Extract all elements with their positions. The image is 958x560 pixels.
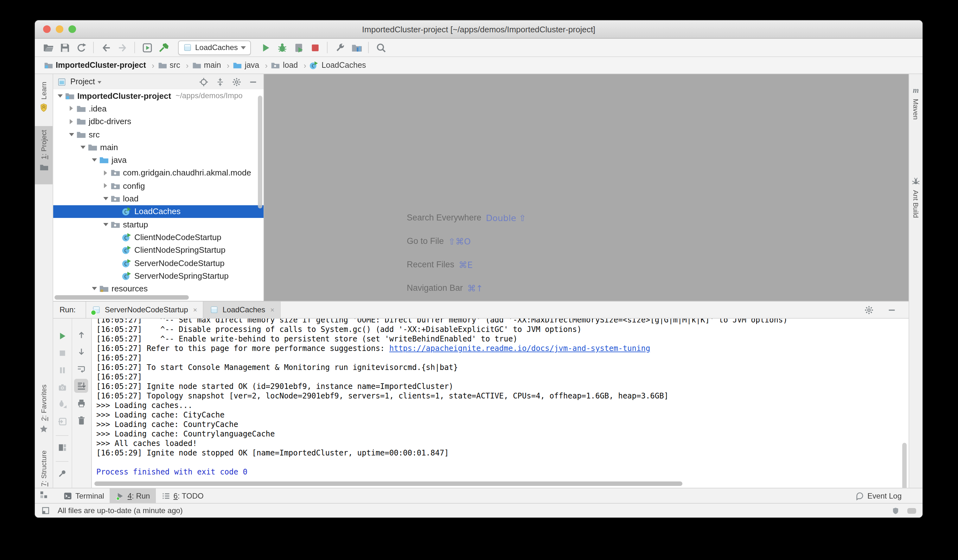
rerun-failed-button[interactable] [55,397,69,411]
tree-row-java[interactable]: java [53,154,263,167]
search-everywhere-button[interactable] [373,40,389,55]
settings-gear-button[interactable] [229,75,243,88]
collapse-all-button[interactable] [213,75,227,88]
tree-expand-arrow[interactable] [67,119,75,124]
breadcrumb-item-src[interactable]: src [157,61,180,70]
close-tab-icon[interactable]: × [270,306,274,314]
stop-disabled-button[interactable] [55,346,69,360]
back-button[interactable] [98,40,114,55]
stripe-button-learn[interactable]: Learn [35,78,52,125]
tree-collapse-arrow[interactable] [56,92,64,100]
clear-button[interactable] [74,413,88,427]
settings-gear-button[interactable] [862,303,876,316]
tree-row-com-gridgain-chaudhri-akmal-mode[interactable]: com.gridgain.chaudhri.akmal.mode [53,167,263,179]
run-coverage-button[interactable] [290,40,307,55]
stripe-button-favorites[interactable]: 2: Favorites [35,381,52,441]
toolwindow-button-todo[interactable]: 6: TODO [155,489,209,503]
stripe-button-structure[interactable]: 7: Structure [35,447,52,508]
run-button[interactable] [258,40,274,55]
tree-row-clientnodecodestartup[interactable]: CClientNodeCodeStartup [53,231,263,244]
chevron-down-icon[interactable] [98,81,102,85]
settings-wrench-button[interactable] [331,40,348,55]
console-horizontal-scrollbar[interactable] [94,481,682,486]
minimize-window-button[interactable] [56,25,63,33]
tree-row-clientnodespringstartup[interactable]: CClientNodeSpringStartup [53,244,263,257]
stripe-button-maven[interactable]: mMaven [909,82,923,124]
tree-expand-arrow[interactable] [102,170,109,176]
tree-row-loadcaches[interactable]: CLoadCaches [53,205,263,218]
stripe-button-ant-build[interactable]: Ant Build [909,173,923,222]
run-console[interactable]: [16:05:27] ^-- Set max direct memory siz… [92,319,909,488]
save-all-button[interactable] [56,40,73,55]
notification-icon[interactable] [891,506,900,515]
stripe-label: 2: Favorites [40,384,48,421]
rerun-button[interactable] [55,329,69,343]
tree-row-servernodespringstartup[interactable]: CServerNodeSpringStartup [53,269,263,282]
run-tab-loadcaches[interactable]: LoadCaches× [203,301,281,318]
tree-collapse-arrow[interactable] [90,284,98,293]
breadcrumb-item-importedcluster-project[interactable]: ImportedCluster-project [44,61,146,70]
tree-row--idea[interactable]: .idea [53,102,263,115]
tree-row-servernodecodestartup[interactable]: CServerNodeCodeStartup [53,257,263,270]
tree-expand-arrow[interactable] [67,106,75,111]
run-configuration-select[interactable]: LoadCaches [178,40,251,55]
down-button[interactable] [74,344,88,359]
camera-button[interactable] [55,380,69,394]
debug-button[interactable] [274,40,290,55]
tree-row-resources[interactable]: resources [53,282,263,295]
open-project-button[interactable] [40,40,56,55]
scroll-end-button[interactable] [74,379,88,393]
breadcrumb-item-java[interactable]: java [233,61,259,70]
toolwindow-toggle-icon[interactable] [41,506,50,515]
tree-row-src[interactable]: src [53,128,263,141]
console-link[interactable]: https://apacheignite.readme.io/docs/jvm-… [389,344,650,353]
forward-button[interactable] [114,40,130,55]
tree-vertical-scrollbar[interactable] [258,96,262,208]
show-console-button[interactable] [55,414,69,428]
tree-row-main[interactable]: main [53,141,263,154]
close-window-button[interactable] [43,25,51,33]
project-panel-title[interactable]: Project [70,77,95,86]
console-vertical-scrollbar[interactable] [902,443,907,488]
project-tree[interactable]: ImportedCluster-project~/apps/demos/Impo… [53,89,263,301]
build-button[interactable] [155,40,172,55]
toolwindow-button-terminal[interactable]: Terminal [58,489,110,503]
run-window-button[interactable] [139,40,155,55]
pin-button[interactable] [55,466,69,480]
layout-button[interactable] [55,440,69,454]
tree-expand-arrow[interactable] [102,183,109,188]
zoom-window-button[interactable] [68,25,76,33]
tree-row-load[interactable]: load [53,192,263,205]
breadcrumb-item-loadcaches[interactable]: CLoadCaches [309,61,366,70]
tree-collapse-arrow[interactable] [102,220,109,228]
tree-collapse-arrow[interactable] [102,195,109,203]
tree-collapse-arrow[interactable] [90,156,98,164]
memory-indicator[interactable] [907,508,916,514]
pause-button[interactable] [55,363,69,377]
breadcrumb-item-load[interactable]: load [271,61,298,70]
up-button[interactable] [74,327,88,341]
title-bar[interactable]: ImportedCluster-project [~/apps/demos/Im… [35,20,923,39]
tree-row-startup[interactable]: startup [53,218,263,231]
soft-wrap-button[interactable] [74,362,88,376]
stripe-button-project[interactable]: 1: Project [35,126,52,184]
editor-empty-area[interactable]: Search EverywhereDouble ⇧Go to File⇧⌘ORe… [264,74,909,301]
tree-row-importedcluster-project[interactable]: ImportedCluster-project~/apps/demos/Impo [53,89,263,102]
hide-button[interactable] [246,75,260,88]
synchronize-button[interactable] [73,40,89,55]
tree-row-config[interactable]: config [53,179,263,192]
tree-row-jdbc-drivers[interactable]: jdbc-drivers [53,115,263,128]
project-structure-button[interactable] [348,40,365,55]
locate-button[interactable] [197,75,210,88]
toolwindow-button-event-log[interactable]: Event Log [850,489,907,503]
hide-button[interactable] [885,303,898,316]
tree-collapse-arrow[interactable] [79,143,87,151]
stop-button[interactable] [307,40,324,55]
breadcrumb-item-main[interactable]: main [192,61,221,70]
toolwindow-button-run[interactable]: 4: Run [110,489,156,503]
close-tab-icon[interactable]: × [193,306,197,314]
print-button[interactable] [74,396,88,410]
tree-horizontal-scrollbar[interactable] [54,295,189,300]
run-tab-servernodecodestartup[interactable]: ServerNodeCodeStartup× [86,301,204,318]
tree-collapse-arrow[interactable] [67,130,75,138]
